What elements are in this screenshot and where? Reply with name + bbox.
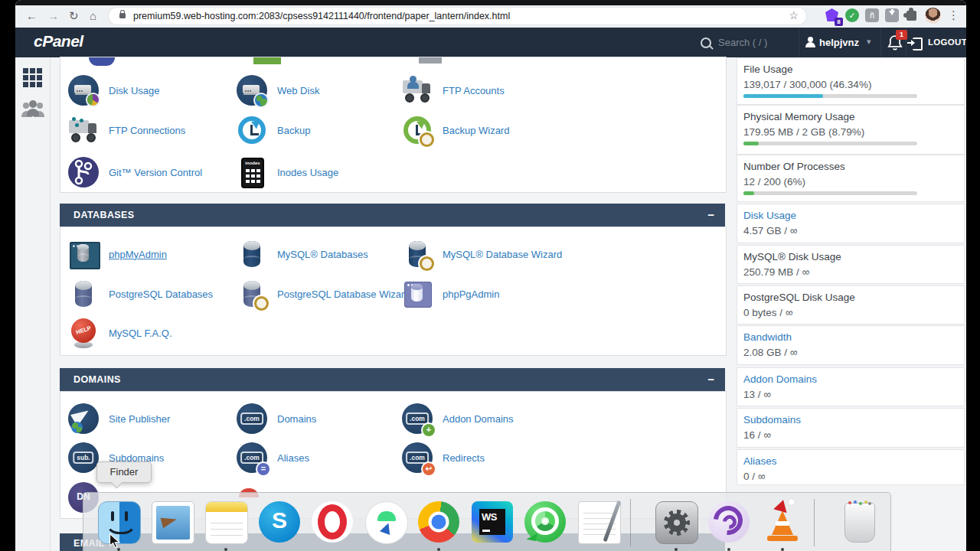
tool-mysql-databases[interactable]: MySQL® Databases (236, 238, 368, 270)
username[interactable]: helpjvnz (819, 37, 859, 48)
tool-label[interactable]: Addon Domains (443, 413, 514, 425)
tool-label[interactable]: phpPgAdmin (443, 289, 499, 300)
collapse-button[interactable]: − (707, 208, 714, 221)
ftp-accounts-icon (401, 74, 433, 106)
tool-ftp-accounts[interactable]: FTP Accounts (401, 74, 505, 106)
tool-redirects[interactable]: .com↩ Redirects (401, 442, 485, 474)
tool-label[interactable]: Domains (277, 413, 316, 425)
tool-label[interactable]: Web Disk (277, 85, 319, 96)
backup-icon (236, 114, 268, 146)
tool-disk-usage[interactable]: Disk Usage (67, 74, 159, 106)
system-preferences-icon[interactable] (655, 501, 698, 544)
tool-label[interactable]: Inodes Usage (277, 167, 338, 178)
browser-menu-icon[interactable]: ⋮ (948, 6, 959, 24)
skype-icon[interactable]: S (259, 501, 300, 543)
redirects-icon: .com↩ (401, 442, 433, 474)
help-button-icon: HELP (67, 317, 100, 349)
textedit-icon[interactable] (578, 501, 621, 544)
android-studio-icon[interactable] (365, 501, 408, 544)
url-bar[interactable]: premium59.web-hosting.com:2083/cpsess914… (109, 8, 806, 24)
opera-icon[interactable] (312, 501, 353, 543)
tool-mysql-database-wizard[interactable]: MySQL® Database Wizard (401, 238, 562, 270)
forward-icon[interactable]: → (47, 7, 59, 25)
backup-wizard-icon (401, 114, 433, 146)
tool-label[interactable]: MySQL F.A.Q. (109, 328, 172, 339)
tool-label[interactable]: Site Publisher (109, 413, 170, 425)
shield-extension-icon[interactable]: ✓ (845, 8, 860, 23)
tool-label[interactable]: PostgreSQL Databases (109, 289, 213, 300)
bookmark-star-icon[interactable]: ☆ (789, 9, 799, 21)
search-icon[interactable] (701, 37, 711, 48)
extensions-puzzle-icon[interactable] (905, 8, 920, 23)
disk-usage-icon (67, 74, 100, 106)
search-input[interactable]: Search ( / ) (718, 37, 767, 48)
chevron-down-icon[interactable]: ▾ (867, 37, 871, 47)
tool-label[interactable]: Disk Usage (109, 85, 159, 96)
tool-inodes-usage[interactable]: inodes Inodes Usage (236, 156, 338, 188)
tool-label[interactable]: FTP Connections (109, 125, 185, 136)
lock-icon (119, 13, 126, 18)
tool-aliases[interactable]: .com= Aliases (236, 442, 309, 474)
mysql-wizard-icon (401, 238, 433, 270)
tool-label[interactable]: Aliases (277, 452, 309, 464)
chrome-icon[interactable] (418, 501, 459, 543)
tool-backup-wizard[interactable]: Backup Wizard (401, 114, 509, 146)
stat-link[interactable]: Subdomains (743, 414, 801, 425)
home-icon[interactable]: ⌂ (90, 7, 96, 25)
apps-grid-icon[interactable] (23, 68, 43, 88)
collapse-button[interactable]: − (707, 373, 714, 386)
mail-icon[interactable] (152, 501, 194, 544)
stat-link[interactable]: Bandwidth (743, 331, 792, 343)
tool-backup[interactable]: Backup (236, 114, 310, 146)
notification-badge: 1 (896, 30, 907, 40)
running-indicator (224, 548, 227, 551)
phppgadmin-icon (401, 278, 433, 310)
notes-icon[interactable] (205, 501, 248, 544)
stat-addon-domains: Addon Domains 13 / ∞ (737, 367, 965, 406)
stat-value: 139,017 / 300,000 (46.34%) (743, 79, 871, 90)
stat-link[interactable]: Addon Domains (743, 373, 817, 385)
back-icon[interactable]: ← (26, 7, 38, 25)
tool-label[interactable]: phpMyAdmin (109, 249, 167, 260)
tool-label[interactable]: PostgreSQL Database Wizard (277, 289, 410, 300)
tool-domains[interactable]: .com Domains (236, 403, 316, 435)
tool-label[interactable]: FTP Accounts (443, 85, 505, 96)
addon-domains-icon: .com+ (401, 403, 433, 435)
webstorm-icon[interactable]: WS (472, 501, 513, 543)
tool-phppgadmin[interactable]: phpPgAdmin (401, 278, 499, 310)
tool-label[interactable]: Git™ Version Control (109, 167, 202, 178)
tool-postgresql-database-wizard[interactable]: PostgreSQL Database Wizard (236, 278, 410, 310)
profile-avatar[interactable] (925, 8, 939, 23)
cpanel-header: cPanel Search ( / ) helpjvnz ▾ 1 LOGOUT (15, 28, 966, 57)
url-text[interactable]: premium59.web-hosting.com:2083/cpsess914… (133, 11, 510, 21)
people-icon[interactable] (21, 100, 44, 119)
vlc-icon[interactable] (762, 501, 803, 543)
tool-postgresql-databases[interactable]: PostgreSQL Databases (67, 278, 213, 310)
stat-link[interactable]: Aliases (743, 455, 777, 467)
tool-site-publisher[interactable]: Site Publisher (67, 403, 170, 435)
logout-button[interactable]: LOGOUT (928, 37, 966, 47)
whatsapp-icon[interactable] (524, 501, 566, 543)
stat-link[interactable]: Disk Usage (743, 210, 796, 221)
reload-icon[interactable]: ↻ (69, 7, 79, 25)
tool-label[interactable]: MySQL® Databases (277, 249, 368, 260)
tool-phpmyadmin[interactable]: phpMyAdmin (67, 238, 167, 270)
n-extension-icon[interactable]: ñ (865, 8, 880, 23)
cpanel-logo[interactable]: cPanel (34, 32, 83, 51)
tool-label[interactable]: Backup Wizard (443, 125, 509, 136)
cutoff-icon-blue (89, 57, 115, 66)
tool-ftp-connections[interactable]: FTP Connections (67, 114, 185, 146)
tool-git-version-control[interactable]: Git™ Version Control (67, 156, 202, 188)
bittorrent-icon[interactable] (708, 501, 750, 543)
postgresql-wizard-icon (236, 278, 268, 310)
mouse-cursor (108, 533, 122, 551)
tool-mysql-faq[interactable]: HELP MySQL F.A.Q. (67, 317, 172, 349)
trash-icon[interactable] (838, 501, 880, 543)
extension-icon[interactable]: 8 (825, 8, 840, 23)
download-extension-icon[interactable] (885, 8, 900, 23)
tool-label[interactable]: Redirects (443, 452, 485, 464)
tool-label[interactable]: Backup (277, 125, 310, 136)
tool-web-disk[interactable]: Web Disk (236, 74, 319, 106)
tool-label[interactable]: MySQL® Database Wizard (443, 249, 562, 260)
tool-addon-domains[interactable]: .com+ Addon Domains (401, 403, 514, 435)
